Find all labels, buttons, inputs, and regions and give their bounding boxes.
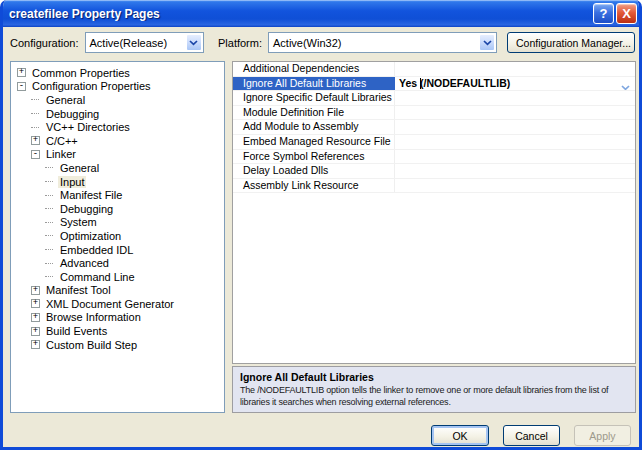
tree-item[interactable]: VC++ Directories [11,120,224,134]
property-value-cell[interactable] [395,150,635,164]
chevron-down-icon[interactable] [186,34,202,51]
tree-item-label[interactable]: Manifest Tool [44,284,113,296]
property-row[interactable]: Embed Managed Resource File [233,135,635,150]
tree-expander-icon[interactable]: - [31,150,40,159]
tree-item-label[interactable]: Input [58,176,86,188]
tree-item[interactable]: + Browse Information [11,311,224,325]
property-row[interactable]: Additional Dependencies [233,62,635,77]
tree-expander-icon[interactable]: + [31,136,40,145]
property-row[interactable]: Add Module to Assembly [233,120,635,135]
tree-item[interactable]: System [11,216,224,230]
tree-expander-icon[interactable]: - [17,82,26,91]
property-value-cell[interactable]: Yes (/NODEFAULTLIB) [395,77,635,91]
property-row[interactable]: Assembly Link Resource [233,179,635,194]
property-value-cell[interactable] [395,135,635,149]
tree-item-label[interactable]: Manifest File [58,189,124,201]
tree-expander-icon[interactable] [45,263,53,264]
tree-item-label[interactable]: XML Document Generator [44,298,176,310]
help-icon[interactable]: ? [593,3,614,24]
property-row[interactable]: Delay Loaded Dlls [233,164,635,179]
tree-item[interactable]: + Custom Build Step [11,338,224,352]
tree-item[interactable]: + Manifest Tool [11,284,224,298]
tree-item[interactable]: Command Line [11,270,224,284]
platform-select[interactable]: Active(Win32) [268,32,497,53]
tree-item-label[interactable]: System [58,216,99,228]
tree-item-label[interactable]: Advanced [58,257,111,269]
tree-item-label[interactable]: Common Properties [30,67,132,79]
tree-item-label[interactable]: General [58,162,101,174]
tree-expander-icon[interactable] [31,99,39,100]
tree-item[interactable]: Input [11,175,224,189]
property-name-cell[interactable]: Assembly Link Resource [233,179,395,193]
tree-item-label[interactable]: Optimization [58,230,123,242]
tree-item-label[interactable]: Linker [44,148,78,160]
tree-item-label[interactable]: Debugging [44,108,101,120]
property-name-cell[interactable]: Ignore All Default Libraries [233,77,395,91]
tree-item[interactable]: Embedded IDL [11,243,224,257]
tree-expander-icon[interactable]: + [31,313,40,322]
tree-expander-icon[interactable] [45,195,53,196]
tree-item-label[interactable]: Build Events [44,325,109,337]
tree-item-label[interactable]: Custom Build Step [44,339,139,351]
titlebar[interactable]: createfilee Property Pages ? X [0,0,642,27]
tree-item-label[interactable]: General [44,94,87,106]
property-value-cell[interactable] [395,164,635,178]
chevron-down-icon[interactable] [479,34,495,51]
property-name-cell[interactable]: Additional Dependencies [233,62,395,76]
tree-item[interactable]: + C/C++ [11,134,224,148]
tree-expander-icon[interactable] [45,181,53,182]
tree-expander-icon[interactable] [45,222,53,223]
property-name-cell[interactable]: Add Module to Assembly [233,120,395,134]
tree-item-label[interactable]: VC++ Directories [44,121,132,133]
tree-expander-icon[interactable] [31,127,39,128]
tree-expander-icon[interactable] [31,113,39,114]
property-name-cell[interactable]: Embed Managed Resource File [233,135,395,149]
tree-item-label[interactable]: Configuration Properties [30,80,153,92]
tree-item[interactable]: Debugging [11,107,224,121]
tree-expander-icon[interactable] [45,249,53,250]
chevron-down-icon[interactable] [621,81,630,91]
tree-item[interactable]: Advanced [11,256,224,270]
tree-item[interactable]: - Linker [11,148,224,162]
configuration-select[interactable]: Active(Release) [85,32,204,53]
property-row[interactable]: Ignore Specific Default Libraries [233,91,635,106]
property-row[interactable]: Force Symbol References [233,150,635,165]
tree-expander-icon[interactable] [45,235,53,236]
property-name-cell[interactable]: Module Definition File [233,106,395,120]
tree-item[interactable]: + Build Events [11,324,224,338]
property-value-cell[interactable] [395,106,635,120]
property-value-cell[interactable] [395,179,635,193]
property-row[interactable]: Module Definition File [233,106,635,121]
tree-item-label[interactable]: Embedded IDL [58,244,135,256]
property-grid[interactable]: Additional Dependencies Ignore All Defau… [232,61,636,364]
close-icon[interactable]: X [616,3,637,24]
tree-item-label[interactable]: C/C++ [44,135,80,147]
configuration-manager-button[interactable]: Configuration Manager... [507,32,635,53]
tree-expander-icon[interactable]: + [17,68,26,77]
tree-item[interactable]: + Common Properties [11,66,224,80]
tree-expander-icon[interactable] [45,208,53,209]
property-value-cell[interactable] [395,120,635,134]
property-value-cell[interactable] [395,91,635,105]
tree-item[interactable]: - Configuration Properties [11,80,224,94]
property-value-cell[interactable] [395,62,635,76]
tree-item[interactable]: + XML Document Generator [11,297,224,311]
ok-button[interactable]: OK [431,425,489,446]
tree-expander-icon[interactable]: + [31,286,40,295]
tree-expander-icon[interactable]: + [31,340,40,349]
property-name-cell[interactable]: Force Symbol References [233,150,395,164]
tree-item-label[interactable]: Browse Information [44,311,143,323]
tree-expander-icon[interactable]: + [31,327,40,336]
tree-expander-icon[interactable]: + [31,299,40,308]
tree-expander-icon[interactable] [45,276,53,277]
tree-expander-icon[interactable] [45,167,53,168]
tree-item-label[interactable]: Debugging [58,203,115,215]
property-tree[interactable]: + Common Properties - Configuration Prop… [10,61,225,413]
cancel-button[interactable]: Cancel [503,425,560,446]
tree-item-label[interactable]: Command Line [58,271,137,283]
property-name-cell[interactable]: Delay Loaded Dlls [233,164,395,178]
property-name-cell[interactable]: Ignore Specific Default Libraries [233,91,395,105]
tree-item[interactable]: General [11,161,224,175]
tree-item[interactable]: General [11,93,224,107]
tree-item[interactable]: Debugging [11,202,224,216]
